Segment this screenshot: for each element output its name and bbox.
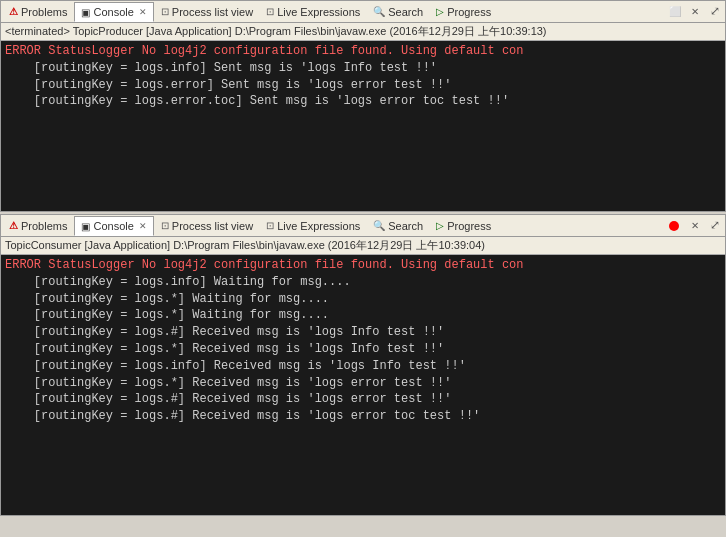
tab-bar-right-2: ✕ ⤢ [669,218,723,234]
tab-live-label-2: Live Expressions [277,220,360,232]
tab-progress-label-2: Progress [447,220,491,232]
tab-problems-label-2: Problems [21,220,67,232]
tab-live-2[interactable]: ⊡ Live Expressions [260,216,366,236]
search-icon-1: 🔍 [373,6,385,17]
progress-icon-1: ▷ [436,6,444,17]
panel-2: ⚠ Problems ▣ Console ✕ ⊡ Process list vi… [0,214,726,516]
problems-icon-2: ⚠ [9,220,18,231]
tab-problems-label-1: Problems [21,6,67,18]
tab-bar-right-1: ⬜ ✕ ⤢ [667,4,723,20]
console-line-2-2: [routingKey = logs.*] Waiting for msg...… [5,291,721,308]
tab-progress-1[interactable]: ▷ Progress [430,2,497,22]
console-output-2: ERROR StatusLogger No log4j2 configurati… [1,255,725,515]
tab-console-label-1: Console [93,6,133,18]
console-line-2-0: ERROR StatusLogger No log4j2 configurati… [5,257,721,274]
close-btn-1[interactable]: ✕ [687,4,703,20]
tab-bar-1: ⚠ Problems ▣ Console ✕ ⊡ Process list vi… [1,1,725,23]
console-line-1-2: [routingKey = logs.error] Sent msg is 'l… [5,77,721,94]
console-line-1-0: ERROR StatusLogger No log4j2 configurati… [5,43,721,60]
search-icon-2: 🔍 [373,220,385,231]
console-line-2-3: [routingKey = logs.*] Waiting for msg...… [5,307,721,324]
progress-icon-2: ▷ [436,220,444,231]
tab-search-label-2: Search [388,220,423,232]
red-dot-2 [669,221,679,231]
tab-search-label-1: Search [388,6,423,18]
tab-live-1[interactable]: ⊡ Live Expressions [260,2,366,22]
maximize-btn-1[interactable]: ⤢ [707,4,723,20]
tab-problems-2[interactable]: ⚠ Problems [3,216,73,236]
close-btn-2[interactable]: ✕ [687,218,703,234]
status-text-2: TopicConsumer [Java Application] D:\Prog… [5,238,485,253]
console-line-2-4: [routingKey = logs.#] Received msg is 'l… [5,324,721,341]
maximize-btn-2[interactable]: ⤢ [707,218,723,234]
console-line-2-6: [routingKey = logs.info] Received msg is… [5,358,721,375]
live-icon-2: ⊡ [266,220,274,231]
console-line-2-5: [routingKey = logs.*] Received msg is 'l… [5,341,721,358]
console-line-2-9: [routingKey = logs.#] Received msg is 'l… [5,408,721,425]
process-icon-1: ⊡ [161,6,169,17]
console-icon-2: ▣ [81,221,90,232]
tab-bar-2: ⚠ Problems ▣ Console ✕ ⊡ Process list vi… [1,215,725,237]
process-icon-2: ⊡ [161,220,169,231]
panel-1: ⚠ Problems ▣ Console ✕ ⊡ Process list vi… [0,0,726,212]
tab-process-label-1: Process list view [172,6,253,18]
tab-process-label-2: Process list view [172,220,253,232]
status-text-1: <terminated> TopicProducer [Java Applica… [5,24,547,39]
tab-progress-label-1: Progress [447,6,491,18]
console-output-1: ERROR StatusLogger No log4j2 configurati… [1,41,725,211]
status-bar-1: <terminated> TopicProducer [Java Applica… [1,23,725,41]
live-icon-1: ⊡ [266,6,274,17]
tab-progress-2[interactable]: ▷ Progress [430,216,497,236]
console-icon-1: ▣ [81,7,90,18]
tab-process-2[interactable]: ⊡ Process list view [155,216,259,236]
tab-search-1[interactable]: 🔍 Search [367,2,429,22]
minimize-btn-1[interactable]: ⬜ [667,4,683,20]
tab-live-label-1: Live Expressions [277,6,360,18]
tab-console-1[interactable]: ▣ Console ✕ [74,2,153,22]
tab-console-close-1[interactable]: ✕ [139,7,147,17]
console-line-2-1: [routingKey = logs.info] Waiting for msg… [5,274,721,291]
status-bar-2: TopicConsumer [Java Application] D:\Prog… [1,237,725,255]
tab-problems-1[interactable]: ⚠ Problems [3,2,73,22]
tab-console-label-2: Console [93,220,133,232]
tab-console-close-2[interactable]: ✕ [139,221,147,231]
console-line-2-8: [routingKey = logs.#] Received msg is 'l… [5,391,721,408]
tab-console-2[interactable]: ▣ Console ✕ [74,216,153,236]
console-line-1-3: [routingKey = logs.error.toc] Sent msg i… [5,93,721,110]
tab-process-1[interactable]: ⊡ Process list view [155,2,259,22]
console-line-1-1: [routingKey = logs.info] Sent msg is 'lo… [5,60,721,77]
tab-search-2[interactable]: 🔍 Search [367,216,429,236]
problems-icon-1: ⚠ [9,6,18,17]
console-line-2-7: [routingKey = logs.*] Received msg is 'l… [5,375,721,392]
